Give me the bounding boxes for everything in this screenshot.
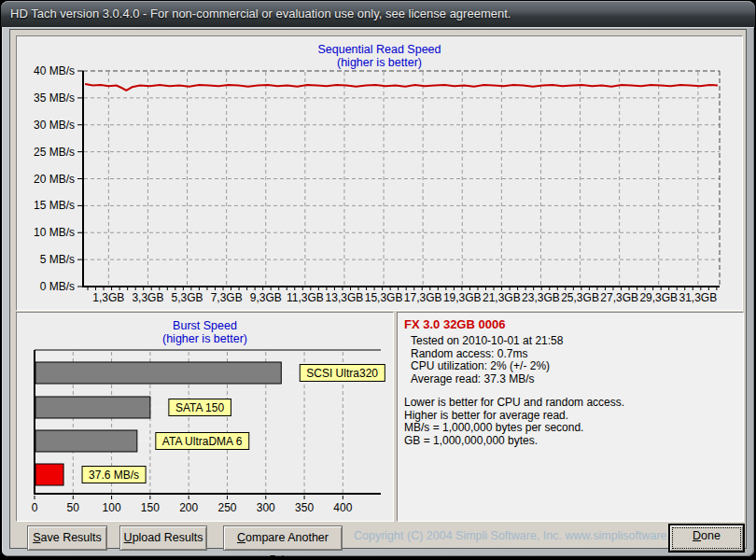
svg-text:25 MB/s: 25 MB/s bbox=[34, 146, 75, 159]
chart-title-line1: Sequential Read Speed bbox=[17, 43, 742, 56]
svg-text:19,3GB: 19,3GB bbox=[443, 291, 482, 304]
svg-text:0 MB/s: 0 MB/s bbox=[40, 280, 75, 293]
compare-another-drive-button[interactable]: Compare Another Drive bbox=[223, 525, 343, 551]
svg-text:0: 0 bbox=[32, 501, 38, 514]
svg-text:20 MB/s: 20 MB/s bbox=[34, 173, 75, 186]
note-line: Lower is better for CPU and random acces… bbox=[404, 397, 624, 410]
svg-text:3,3GB: 3,3GB bbox=[132, 291, 163, 304]
svg-text:250: 250 bbox=[217, 501, 236, 514]
svg-text:30 MB/s: 30 MB/s bbox=[34, 119, 75, 132]
svg-text:5,3GB: 5,3GB bbox=[172, 291, 203, 304]
results-panel: FX 3.0 32GB 0006 Tested on 2010-10-01 at… bbox=[397, 312, 744, 522]
svg-text:23,3GB: 23,3GB bbox=[522, 291, 560, 304]
svg-text:150: 150 bbox=[141, 501, 160, 514]
note-line: Higher is better for average read. bbox=[404, 410, 624, 423]
svg-text:1,3GB: 1,3GB bbox=[92, 291, 124, 304]
svg-text:SATA 150: SATA 150 bbox=[175, 401, 225, 414]
stat-tested-on: Tested on 2010-10-01 at 21:58 bbox=[411, 335, 563, 348]
svg-text:10 MB/s: 10 MB/s bbox=[34, 226, 75, 239]
stat-cpu-utilization: CPU utilization: 2% (+/- 2%) bbox=[411, 360, 563, 373]
drive-name: FX 3.0 32GB 0006 bbox=[404, 317, 505, 331]
done-button[interactable]: Done bbox=[668, 524, 745, 553]
upload-results-button[interactable]: Upload Results bbox=[119, 525, 207, 551]
chart-title-line1: Burst Speed bbox=[17, 319, 393, 332]
sequential-read-panel: Sequential Read Speed (higher is better)… bbox=[16, 35, 743, 311]
svg-text:350: 350 bbox=[295, 501, 314, 514]
svg-text:300: 300 bbox=[257, 501, 275, 514]
svg-text:15,3GB: 15,3GB bbox=[365, 291, 403, 304]
svg-text:200: 200 bbox=[179, 501, 198, 514]
legend-notes: Lower is better for CPU and random acces… bbox=[404, 397, 624, 447]
svg-text:27,3GB: 27,3GB bbox=[600, 291, 638, 304]
app-window: HD Tach version 3.0.4.0 - For non-commer… bbox=[0, 0, 756, 560]
svg-text:25,3GB: 25,3GB bbox=[561, 291, 599, 304]
note-line: MB/s = 1,000,000 bytes per second. bbox=[404, 422, 624, 435]
svg-text:21,3GB: 21,3GB bbox=[483, 291, 521, 304]
svg-text:15 MB/s: 15 MB/s bbox=[34, 199, 75, 212]
svg-text:100: 100 bbox=[103, 501, 121, 514]
copyright-text: Copyright (C) 2004 Simpli Software, Inc.… bbox=[354, 529, 667, 542]
svg-text:ATA UltraDMA 6: ATA UltraDMA 6 bbox=[162, 435, 243, 448]
svg-text:50: 50 bbox=[67, 501, 80, 514]
window-frame: Sequential Read Speed (higher is better)… bbox=[2, 27, 754, 556]
chart-title-line2: (higher is better) bbox=[17, 56, 742, 69]
stat-average-read: Average read: 37.3 MB/s bbox=[411, 373, 563, 386]
drive-stats: Tested on 2010-10-01 at 21:58 Random acc… bbox=[411, 335, 563, 385]
window-title: HD Tach version 3.0.4.0 - For non-commer… bbox=[10, 7, 511, 21]
done-button-label: Done bbox=[693, 529, 721, 542]
svg-text:29,3GB: 29,3GB bbox=[639, 291, 678, 304]
svg-text:35 MB/s: 35 MB/s bbox=[34, 91, 75, 105]
svg-text:17,3GB: 17,3GB bbox=[404, 291, 442, 304]
svg-text:13,3GB: 13,3GB bbox=[326, 291, 364, 304]
svg-text:9,3GB: 9,3GB bbox=[250, 291, 282, 304]
svg-text:31,3GB: 31,3GB bbox=[679, 291, 717, 304]
titlebar[interactable]: HD Tach version 3.0.4.0 - For non-commer… bbox=[1, 1, 755, 27]
svg-text:400: 400 bbox=[333, 501, 352, 514]
sequential-read-chart-title: Sequential Read Speed (higher is better) bbox=[17, 43, 742, 69]
svg-text:11,3GB: 11,3GB bbox=[287, 291, 324, 304]
stat-random-access: Random access: 0.7ms bbox=[411, 348, 563, 361]
note-line: GB = 1,000,000,000 bytes. bbox=[404, 435, 624, 448]
svg-text:SCSI Ultra320: SCSI Ultra320 bbox=[306, 367, 378, 380]
save-results-button[interactable]: Save Results bbox=[27, 525, 107, 551]
burst-speed-chart-title: Burst Speed (higher is better) bbox=[17, 319, 393, 345]
client-area: Sequential Read Speed (higher is better)… bbox=[9, 29, 747, 549]
svg-text:37.6 MB/s: 37.6 MB/s bbox=[89, 469, 139, 482]
svg-text:5 MB/s: 5 MB/s bbox=[40, 253, 75, 266]
burst-speed-panel: Burst Speed (higher is better) 050100150… bbox=[16, 312, 394, 522]
chart-title-line2: (higher is better) bbox=[17, 332, 393, 345]
svg-text:7,3GB: 7,3GB bbox=[211, 291, 243, 304]
sequential-read-chart: 0 MB/s5 MB/s10 MB/s15 MB/s20 MB/s25 MB/s… bbox=[17, 36, 740, 308]
